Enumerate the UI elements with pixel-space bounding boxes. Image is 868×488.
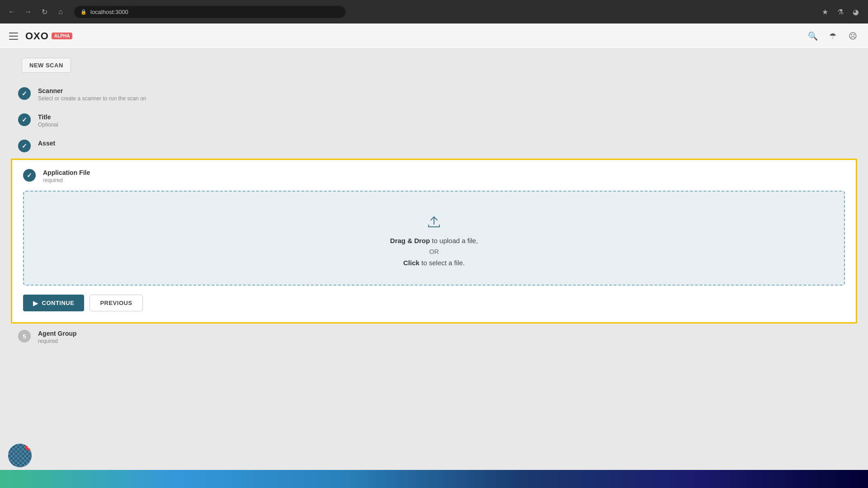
address-bar[interactable]: 🔒 localhost:3000: [74, 6, 345, 18]
drop-zone-click-text: Click to select a file.: [403, 259, 465, 267]
step-title-subtitle: Optional: [38, 122, 850, 128]
forward-button[interactable]: →: [22, 5, 34, 18]
bookmark-icon[interactable]: ★: [818, 5, 832, 19]
step-scanner[interactable]: ✓ Scanner Select or create a scanner to …: [11, 82, 857, 107]
user-button[interactable]: ☹: [844, 28, 861, 44]
lock-icon: 🔒: [80, 9, 87, 15]
step-title[interactable]: ✓ Title Optional: [11, 108, 857, 133]
continue-icon: ▶: [33, 300, 38, 307]
step-scanner-subtitle: Select or create a scanner to run the sc…: [38, 95, 850, 102]
step-title-title: Title: [38, 113, 850, 121]
main-content: NEW SCAN ✓ Scanner Select or create a sc…: [0, 49, 868, 470]
active-step-panel: ✓ Application File required Drag: [11, 159, 857, 324]
browser-chrome: ← → ↻ ⌂ 🔒 localhost:3000 ★ ⚗ ◕: [0, 0, 868, 23]
app-header: OXO Alpha 🔍 ☂ ☹: [0, 23, 868, 49]
header-right-actions: 🔍 ☂ ☹: [805, 28, 861, 44]
back-button[interactable]: ←: [5, 5, 18, 18]
avatar-container: 8: [8, 444, 32, 467]
continue-button[interactable]: ▶ CONTINUE: [23, 295, 84, 311]
url-text: localhost:3000: [90, 9, 128, 15]
drop-zone-main-text: Drag & Drop to upload a file,: [390, 237, 478, 244]
notification-badge: 8: [25, 444, 32, 450]
previous-button[interactable]: PREVIOUS: [90, 295, 142, 311]
file-drop-zone[interactable]: Drag & Drop to upload a file, OR Click t…: [23, 191, 845, 286]
upload-icon: [423, 210, 445, 231]
step-agent-group-title: Agent Group: [38, 330, 850, 337]
step-asset[interactable]: ✓ Asset: [11, 134, 857, 158]
action-buttons: ▶ CONTINUE PREVIOUS: [23, 295, 845, 311]
step-app-file-title: Application File: [43, 169, 845, 176]
search-button[interactable]: 🔍: [805, 28, 821, 44]
new-scan-button[interactable]: NEW SCAN: [22, 58, 71, 73]
drop-zone-or: OR: [429, 248, 439, 255]
hamburger-menu[interactable]: [7, 29, 22, 43]
extensions-icon[interactable]: ⚗: [834, 5, 847, 19]
step-application-file[interactable]: ✓ Application File required: [23, 169, 845, 183]
step-scanner-title: Scanner: [38, 87, 850, 94]
step-asset-title: Asset: [38, 140, 850, 147]
steps-container: ✓ Scanner Select or create a scanner to …: [0, 82, 868, 350]
reload-button[interactable]: ↻: [38, 5, 51, 18]
step-asset-indicator: ✓: [18, 140, 31, 152]
step-title-indicator: ✓: [18, 113, 31, 126]
browser-actions: ★ ⚗ ◕: [818, 5, 863, 19]
step-agent-group[interactable]: 5 Agent Group required: [11, 324, 857, 350]
home-button[interactable]: ⌂: [54, 5, 67, 18]
shield-button[interactable]: ☂: [825, 28, 841, 44]
step-agent-group-subtitle: required: [38, 338, 850, 344]
step-agent-group-indicator: 5: [18, 330, 31, 343]
bottom-bar: [0, 470, 868, 488]
app-logo: OXO: [25, 30, 49, 42]
step-app-file-indicator: ✓: [23, 169, 36, 182]
step-scanner-indicator: ✓: [18, 87, 31, 100]
avatar[interactable]: 8: [8, 444, 32, 467]
alpha-badge: Alpha: [52, 33, 72, 39]
profile-icon[interactable]: ◕: [849, 5, 863, 19]
step-app-file-subtitle: required: [43, 177, 845, 183]
